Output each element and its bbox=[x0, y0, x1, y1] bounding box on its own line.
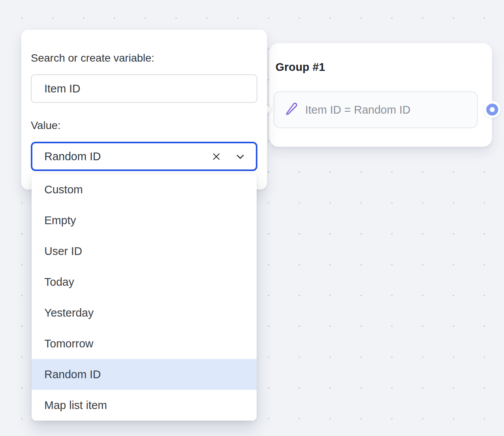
dropdown-option-empty[interactable]: Empty bbox=[32, 205, 257, 236]
condition-label: Item ID = Random ID bbox=[305, 104, 410, 116]
pencil-icon bbox=[284, 102, 298, 117]
dropdown-option-tomorrow[interactable]: Tomorrow bbox=[32, 328, 257, 359]
group-card: Group #1 Item ID = Random ID bbox=[269, 43, 492, 147]
dropdown-option-random-id[interactable]: Random ID bbox=[32, 359, 257, 390]
clear-icon[interactable] bbox=[210, 150, 223, 163]
dropdown-option-yesterday[interactable]: Yesterday bbox=[32, 297, 257, 328]
workflow-canvas: Group #1 Item ID = Random ID Search or c… bbox=[0, 0, 504, 436]
value-combobox[interactable]: Random ID bbox=[31, 142, 257, 171]
group-title: Group #1 bbox=[276, 60, 325, 74]
connection-handle[interactable] bbox=[484, 101, 501, 118]
value-label: Value: bbox=[31, 119, 60, 132]
dropdown-option-custom[interactable]: Custom bbox=[32, 174, 257, 205]
combobox-selected-value: Random ID bbox=[44, 150, 210, 163]
value-options-dropdown: Custom Empty User ID Today Yesterday Tom… bbox=[32, 174, 257, 421]
search-variable-label: Search or create variable: bbox=[31, 52, 155, 65]
variable-popover: Search or create variable: Value: Random… bbox=[21, 30, 267, 189]
condition-item[interactable]: Item ID = Random ID bbox=[274, 91, 478, 128]
dropdown-option-user-id[interactable]: User ID bbox=[32, 236, 257, 267]
chevron-down-icon[interactable] bbox=[234, 150, 247, 163]
dropdown-option-today[interactable]: Today bbox=[32, 267, 257, 297]
variable-name-input[interactable] bbox=[31, 74, 257, 103]
connection-handle-ring bbox=[486, 104, 498, 116]
dropdown-option-map-list-item[interactable]: Map list item bbox=[32, 390, 257, 421]
